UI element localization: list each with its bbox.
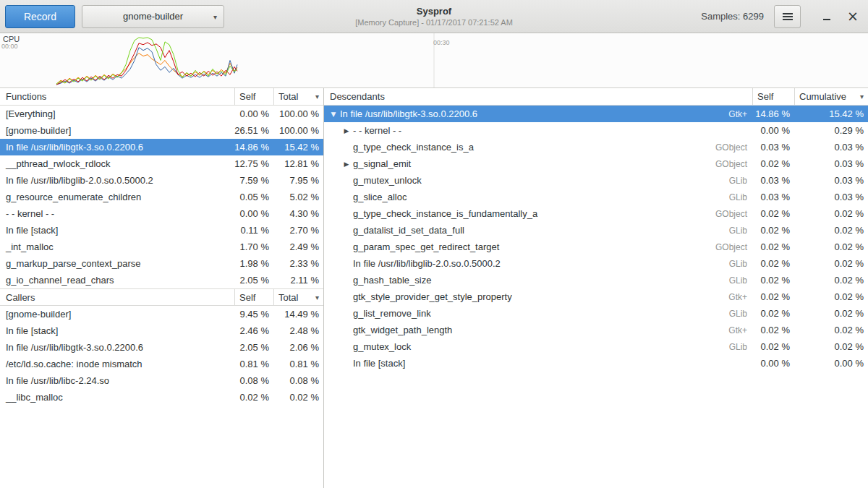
- symbol-name: g_markup_parse_context_parse: [0, 258, 234, 269]
- chevron-down-icon: ▾: [213, 12, 217, 20]
- descendant-name-cell: g_type_check_instance_is_fundamentally_a…: [324, 208, 752, 219]
- self-percent: 0.03 %: [752, 142, 794, 153]
- callers-row[interactable]: In file /usr/lib/libc-2.24.so0.08 %0.08 …: [0, 372, 323, 389]
- self-percent: 14.86 %: [234, 142, 273, 153]
- descendants-row[interactable]: gtk_style_provider_get_style_propertyGtk…: [324, 288, 868, 305]
- functions-table-header: Functions Self Total ▾: [0, 88, 323, 106]
- category-label: GObject: [715, 159, 752, 169]
- descendants-column-header[interactable]: Descendants: [324, 88, 752, 105]
- expander-collapsed-icon[interactable]: ▶: [340, 160, 353, 168]
- total-percent: 2.49 %: [273, 241, 323, 252]
- process-selector[interactable]: gnome-builder ▾: [82, 5, 224, 28]
- left-panel: Functions Self Total ▾ [Everything]0.00 …: [0, 88, 324, 488]
- descendants-row[interactable]: g_slice_allocGLib0.03 %0.03 %: [324, 189, 868, 205]
- callers-row[interactable]: [gnome-builder]9.45 %14.49 %: [0, 306, 323, 322]
- symbol-name: In file /usr/lib/libglib-2.0.so.0.5000.2: [353, 258, 501, 269]
- symbol-name: g_type_check_instance_is_a: [353, 142, 474, 153]
- descendants-row[interactable]: g_mutex_lockGLib0.02 %0.02 %: [324, 338, 868, 355]
- expander-expanded-icon[interactable]: ▼: [327, 111, 340, 118]
- headerbar: Record gnome-builder ▾ Sysprof [Memory C…: [0, 0, 868, 33]
- functions-row[interactable]: __pthread_rwlock_rdlock12.75 %12.81 %: [0, 155, 323, 172]
- time-label-mid: 00:30: [433, 39, 450, 46]
- callers-row[interactable]: In file /usr/lib/libgtk-3.so.0.2200.62.0…: [0, 339, 323, 356]
- functions-row[interactable]: g_resource_enumerate_children0.05 %5.02 …: [0, 189, 323, 205]
- category-label: GObject: [715, 209, 752, 219]
- category-label: GLib: [729, 275, 752, 286]
- self-percent: 0.02 %: [752, 225, 794, 236]
- self-percent: 14.86 %: [752, 108, 794, 119]
- functions-row[interactable]: [Everything]0.00 %100.00 %: [0, 106, 323, 122]
- symbol-name: __libc_malloc: [0, 392, 234, 403]
- self-percent: 0.02 %: [234, 392, 273, 403]
- self-percent: 2.05 %: [234, 342, 273, 353]
- descendant-name-cell: g_hash_table_sizeGLib: [324, 275, 752, 286]
- functions-row[interactable]: g_markup_parse_context_parse1.98 %2.33 %: [0, 255, 323, 272]
- functions-total-column-header[interactable]: Total ▾: [273, 88, 323, 105]
- self-percent: 0.02 %: [752, 258, 794, 269]
- descendants-row[interactable]: g_param_spec_get_redirect_targetGObject0…: [324, 239, 868, 255]
- cpu-graph[interactable]: CPU 00:00 00:30: [0, 33, 868, 88]
- callers-self-column-header[interactable]: Self: [234, 289, 273, 305]
- symbol-name: - - kernel - -: [353, 125, 401, 136]
- descendant-name-cell: gtk_widget_path_lengthGtk+: [324, 325, 752, 335]
- descendants-table-body: ▼In file /usr/lib/libgtk-3.so.0.2200.6Gt…: [324, 106, 868, 372]
- callers-total-column-header[interactable]: Total ▾: [273, 289, 323, 305]
- functions-total-column-label: Total: [278, 91, 298, 102]
- symbol-name: __pthread_rwlock_rdlock: [0, 158, 234, 169]
- descendants-row[interactable]: In file [stack]0.00 %0.00 %: [324, 355, 868, 372]
- symbol-name: _int_malloc: [0, 241, 234, 252]
- functions-row[interactable]: [gnome-builder]26.51 %100.00 %: [0, 122, 323, 139]
- symbol-name: [gnome-builder]: [0, 125, 234, 136]
- descendants-row[interactable]: g_datalist_id_set_data_fullGLib0.02 %0.0…: [324, 222, 868, 239]
- descendants-self-column-header[interactable]: Self: [752, 88, 794, 105]
- self-percent: 0.02 %: [752, 325, 794, 335]
- cumulative-percent: 0.02 %: [794, 241, 868, 252]
- self-percent: 1.70 %: [234, 241, 273, 252]
- symbol-name: gtk_widget_path_length: [353, 325, 452, 335]
- functions-row[interactable]: In file /usr/lib/libglib-2.0.so.0.5000.2…: [0, 172, 323, 189]
- callers-row[interactable]: __libc_malloc0.02 %0.02 %: [0, 389, 323, 406]
- symbol-name: In file /usr/lib/libgtk-3.so.0.2200.6: [340, 108, 477, 119]
- descendant-name-cell: g_list_remove_linkGLib: [324, 308, 752, 319]
- descendants-table-header: Descendants Self Cumulative ▾: [324, 88, 868, 106]
- category-label: GObject: [715, 142, 752, 153]
- descendants-row[interactable]: gtk_widget_path_lengthGtk+0.02 %0.02 %: [324, 322, 868, 338]
- menu-button[interactable]: [774, 5, 801, 28]
- descendants-row[interactable]: In file /usr/lib/libglib-2.0.so.0.5000.2…: [324, 255, 868, 272]
- descendants-row[interactable]: ▼In file /usr/lib/libgtk-3.so.0.2200.6Gt…: [324, 106, 868, 122]
- descendants-row[interactable]: g_type_check_instance_is_fundamentally_a…: [324, 205, 868, 222]
- functions-row[interactable]: In file [stack]0.11 %2.70 %: [0, 222, 323, 239]
- descendants-row[interactable]: ▶g_signal_emitGObject0.02 %0.03 %: [324, 155, 868, 172]
- total-percent: 2.70 %: [273, 225, 323, 236]
- functions-row[interactable]: _int_malloc1.70 %2.49 %: [0, 239, 323, 255]
- functions-table-body: [Everything]0.00 %100.00 %[gnome-builder…: [0, 106, 323, 288]
- close-button[interactable]: ×: [843, 7, 863, 27]
- descendants-row[interactable]: g_type_check_instance_is_aGObject0.03 %0…: [324, 139, 868, 155]
- self-percent: 9.45 %: [234, 309, 273, 320]
- functions-row[interactable]: g_io_channel_read_chars2.05 %2.11 %: [0, 272, 323, 288]
- callers-row[interactable]: In file [stack]2.46 %2.48 %: [0, 322, 323, 339]
- functions-row[interactable]: - - kernel - -0.00 %4.30 %: [0, 205, 323, 222]
- functions-self-column-header[interactable]: Self: [234, 88, 273, 105]
- descendants-row[interactable]: g_hash_table_sizeGLib0.02 %0.02 %: [324, 272, 868, 288]
- window-subtitle: [Memory Capture] - 01/17/2017 07:21:52 A…: [355, 18, 513, 27]
- descendants-row[interactable]: g_mutex_unlockGLib0.03 %0.03 %: [324, 172, 868, 189]
- expander-collapsed-icon[interactable]: ▶: [340, 127, 353, 134]
- record-button[interactable]: Record: [5, 5, 75, 28]
- callers-column-header[interactable]: Callers: [0, 289, 234, 305]
- total-percent: 100.00 %: [273, 108, 323, 119]
- callers-row[interactable]: /etc/ld.so.cache: inode mismatch0.81 %0.…: [0, 356, 323, 372]
- descendants-cumulative-column-label: Cumulative: [799, 91, 846, 102]
- self-percent: 0.02 %: [752, 291, 794, 302]
- cumulative-percent: 0.02 %: [794, 325, 868, 335]
- descendants-cumulative-column-header[interactable]: Cumulative ▾: [794, 88, 868, 105]
- minimize-button[interactable]: [817, 7, 837, 27]
- descendants-row[interactable]: ▶- - kernel - -0.00 %0.29 %: [324, 122, 868, 139]
- total-percent: 0.08 %: [273, 375, 323, 386]
- total-percent: 100.00 %: [273, 125, 323, 136]
- symbol-name: g_type_check_instance_is_fundamentally_a: [353, 208, 537, 219]
- functions-row[interactable]: In file /usr/lib/libgtk-3.so.0.2200.614.…: [0, 139, 323, 155]
- category-label: GLib: [729, 259, 752, 269]
- functions-column-header[interactable]: Functions: [0, 88, 234, 105]
- descendants-row[interactable]: g_list_remove_linkGLib0.02 %0.02 %: [324, 305, 868, 322]
